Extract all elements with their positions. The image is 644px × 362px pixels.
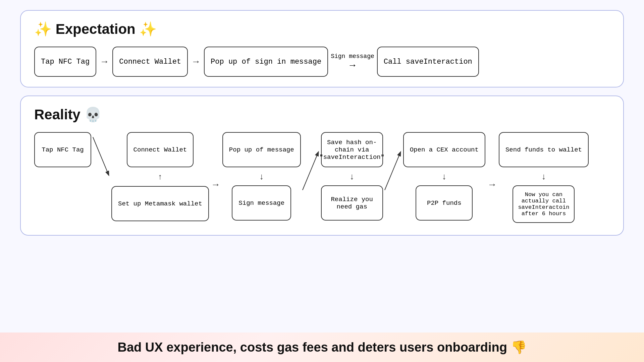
- exp-arrow-2: →: [191, 56, 201, 67]
- down-arrow-col6: ↓: [541, 172, 546, 181]
- expectation-flow: Tap NFC Tag → Connect Wallet → Pop up of…: [34, 47, 610, 77]
- h-arrow-5-6: →: [485, 165, 499, 190]
- reality-p2p-funds: P2P funds: [416, 185, 473, 221]
- reality-section: Reality 💀 Tap NFC Tag Connect Wallet: [20, 96, 624, 236]
- exp-step-4: Call saveInteraction: [377, 47, 479, 77]
- reality-flow: Tap NFC Tag Connect Wallet ↑: [34, 132, 610, 223]
- reality-col-5: Open a CEX account ↓ P2P funds: [403, 132, 485, 221]
- reality-col-1: Tap NFC Tag: [34, 132, 91, 167]
- expectation-section: ✨ Expectation ✨ Tap NFC Tag → Connect Wa…: [20, 10, 624, 87]
- reality-title: Reality 💀: [34, 106, 610, 123]
- reality-realize-gas: Realize you need gas: [321, 185, 383, 221]
- reality-col-4: Save hash on-chain via "saveInteraction"…: [321, 132, 383, 221]
- reality-setup-metamask: Set up Metamask wallet: [111, 186, 209, 221]
- reality-send-funds: Send funds to wallet: [499, 132, 589, 167]
- down-arrow-col3: ↓: [259, 172, 264, 181]
- reality-col-2: Connect Wallet ↑ Set up Metamask wallet: [111, 132, 209, 221]
- down-arrow-col4: ↓: [350, 172, 354, 181]
- up-arrow-col2: ↑: [158, 172, 162, 181]
- svg-line-1: [303, 152, 318, 190]
- reality-final-step: Now you can actually call saveInteractoi…: [513, 185, 575, 223]
- reality-connect-wallet: Connect Wallet: [127, 132, 194, 167]
- exp-step-1: Tap NFC Tag: [34, 47, 96, 77]
- svg-line-2: [385, 152, 400, 190]
- footer-bar: Bad UX experience, costs gas fees and de…: [0, 333, 644, 362]
- footer-text: Bad UX experience, costs gas fees and de…: [117, 340, 526, 354]
- expectation-title: ✨ Expectation ✨: [34, 21, 610, 37]
- reality-col-3: Pop up of message ↓ Sign message: [222, 132, 301, 221]
- diag-arrow-container: [91, 132, 111, 179]
- diag-arrow-3: [383, 132, 403, 194]
- exp-step-2: Connect Wallet: [112, 47, 188, 77]
- reality-col-6: Send funds to wallet ↓ Now you can actua…: [499, 132, 589, 223]
- reality-save-hash: Save hash on-chain via "saveInteraction": [321, 132, 383, 167]
- reality-sign-message: Sign message: [232, 185, 291, 221]
- exp-arrow-1: →: [100, 56, 109, 67]
- reality-popup-message: Pop up of message: [222, 132, 301, 167]
- exp-step-3: Pop up of sign in message: [204, 47, 328, 77]
- reality-tap-nfc: Tap NFC Tag: [34, 132, 91, 167]
- diag-arrow-2: [301, 132, 321, 194]
- down-arrow-col5: ↓: [442, 172, 446, 181]
- h-arrow-2-3: →: [209, 165, 222, 190]
- reality-open-cex: Open a CEX account: [403, 132, 485, 167]
- exp-arrow-label: Sign message →: [331, 53, 374, 71]
- svg-line-0: [93, 137, 109, 175]
